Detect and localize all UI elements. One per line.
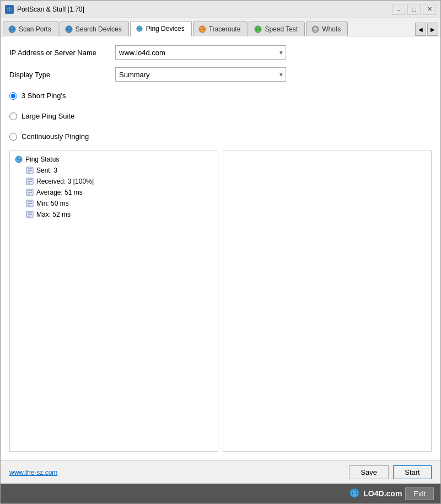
- ping-status-label: Ping Status: [25, 156, 59, 163]
- tab-scan-ports-label: Scan Ports: [19, 25, 51, 33]
- display-type-select[interactable]: Summary Detail Raw: [115, 67, 286, 82]
- ping-sent-label: Sent: 3: [36, 167, 57, 174]
- ping-min: Min: 50 ms: [24, 199, 214, 208]
- maximize-button[interactable]: □: [407, 4, 421, 15]
- start-button[interactable]: Start: [393, 465, 432, 479]
- tab-scan-ports[interactable]: Scan Ports: [3, 22, 58, 36]
- tab-prev-button[interactable]: ◀: [415, 23, 426, 36]
- ip-address-select[interactable]: www.lo4d.com: [115, 45, 286, 60]
- ip-address-label: IP Address or Server Name: [9, 49, 109, 57]
- ping-min-icon: [25, 199, 34, 208]
- main-content: IP Address or Server Name www.lo4d.com ▼…: [1, 36, 440, 460]
- tab-next-button[interactable]: ▶: [427, 23, 438, 36]
- traceroute-icon: [198, 25, 207, 34]
- tab-speed-test[interactable]: Speed Test: [249, 22, 305, 36]
- radio-large-ping-input[interactable]: [9, 112, 17, 120]
- svg-text:?: ?: [314, 27, 317, 33]
- radio-short-ping-input[interactable]: [9, 92, 17, 100]
- ping-average: Average: 51 ms: [24, 187, 214, 197]
- ping-max-icon: [25, 210, 34, 219]
- ping-max: Max: 52 ms: [24, 210, 214, 219]
- ip-address-wrapper: www.lo4d.com ▼: [115, 45, 286, 60]
- speed-test-icon: [254, 25, 262, 34]
- ping-devices-icon: [135, 24, 144, 33]
- footer-buttons: Save Start: [349, 465, 432, 479]
- radio-continuous-ping-label[interactable]: Continuously Pinging: [21, 132, 89, 141]
- tab-search-devices-label: Search Devices: [76, 25, 122, 33]
- whois-icon: ?: [311, 25, 320, 34]
- tab-search-devices[interactable]: Search Devices: [60, 22, 129, 36]
- ping-average-label: Average: 51 ms: [36, 189, 83, 196]
- ping-min-label: Min: 50 ms: [36, 200, 69, 207]
- minimize-button[interactable]: –: [392, 4, 405, 15]
- radio-large-ping-label[interactable]: Large Ping Suite: [21, 112, 74, 120]
- secondary-results-panel[interactable]: [223, 151, 432, 452]
- watermark-icon: [349, 487, 360, 500]
- close-button[interactable]: ✕: [423, 4, 436, 15]
- watermark: LO4D.com Exit: [349, 487, 434, 500]
- ping-tree: Ping Status: [13, 154, 214, 219]
- title-bar: PortScan & Stuff [1.70] – □ ✕: [1, 1, 440, 18]
- results-area: Ping Status: [9, 151, 432, 452]
- display-type-wrapper: Summary Detail Raw ▼: [115, 67, 286, 82]
- ping-received: Received: 3 [100%]: [24, 176, 214, 186]
- radio-large-ping: Large Ping Suite: [9, 110, 432, 122]
- search-devices-icon: [64, 25, 73, 34]
- tab-traceroute-label: Traceroute: [209, 25, 241, 33]
- footer: www.the-sz.com Save Start: [1, 460, 440, 484]
- app-icon: [5, 5, 14, 14]
- ping-results-panel[interactable]: Ping Status: [9, 151, 218, 452]
- window-controls: – □ ✕: [392, 4, 436, 15]
- tab-navigation: ◀ ▶: [415, 23, 438, 36]
- ping-received-icon: [25, 177, 34, 186]
- tab-speed-test-label: Speed Test: [265, 25, 298, 33]
- ping-sent-icon: [25, 166, 34, 175]
- tab-traceroute[interactable]: Traceroute: [193, 22, 248, 36]
- tab-ping-devices-label: Ping Devices: [146, 25, 185, 33]
- tab-whois-label: WhoIs: [322, 25, 341, 33]
- tabs-bar: Scan Ports Search Devices Ping Devices: [1, 18, 440, 36]
- radio-short-ping-label[interactable]: 3 Short Ping's: [21, 92, 66, 100]
- save-button[interactable]: Save: [349, 465, 389, 479]
- radio-continuous-ping-input[interactable]: [9, 133, 17, 141]
- footer-link[interactable]: www.the-sz.com: [9, 469, 57, 476]
- ping-received-label: Received: 3 [100%]: [36, 178, 94, 185]
- watermark-text: LO4D.com: [363, 489, 402, 498]
- tab-ping-devices[interactable]: Ping Devices: [130, 21, 192, 36]
- ping-results-children: Sent: 3 Received: 3: [13, 165, 214, 219]
- radio-continuous-ping: Continuously Pinging: [9, 130, 432, 143]
- ping-max-label: Max: 52 ms: [36, 211, 71, 218]
- display-type-row: Display Type Summary Detail Raw ▼: [9, 67, 432, 82]
- ping-sent: Sent: 3: [24, 165, 214, 175]
- ip-address-row: IP Address or Server Name www.lo4d.com ▼: [9, 45, 432, 60]
- watermark-bar: LO4D.com Exit: [1, 484, 440, 503]
- scan-ports-icon: [8, 25, 17, 34]
- main-window: PortScan & Stuff [1.70] – □ ✕ Scan Ports: [0, 0, 441, 504]
- ping-status-root: Ping Status: [13, 154, 214, 164]
- ping-average-icon: [25, 188, 34, 197]
- ping-status-icon: [14, 155, 23, 164]
- radio-short-ping: 3 Short Ping's: [9, 89, 432, 102]
- display-type-label: Display Type: [9, 71, 109, 79]
- window-title: PortScan & Stuff [1.70]: [17, 6, 392, 13]
- tab-whois[interactable]: ? WhoIs: [306, 22, 348, 36]
- exit-button[interactable]: Exit: [405, 487, 434, 500]
